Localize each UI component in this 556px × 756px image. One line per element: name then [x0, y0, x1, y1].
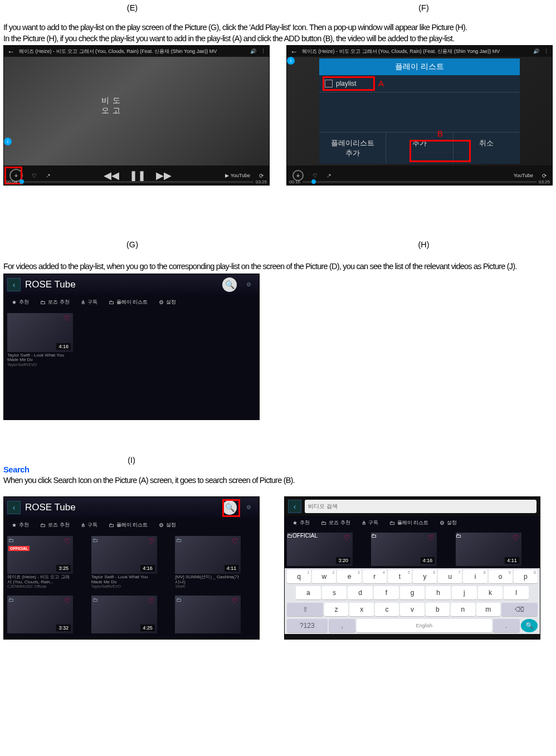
video-area[interactable]: 비 도오 고 i — [4, 57, 269, 165]
back-icon[interactable]: ‹ — [7, 278, 21, 291]
duration-badge: 4:16 — [140, 565, 155, 572]
key-y[interactable]: y6 — [413, 570, 437, 583]
label-h: (H) — [295, 240, 553, 249]
video-thumb[interactable]: 🗀♡ — [175, 596, 241, 637]
key-g[interactable]: g — [400, 586, 425, 599]
info-icon[interactable]: i — [287, 57, 295, 65]
heart-icon[interactable]: ♡ — [64, 537, 71, 545]
heart-icon[interactable]: ♡ — [313, 173, 318, 179]
key-w[interactable]: w2 — [312, 570, 336, 583]
key-space[interactable]: English — [357, 619, 491, 632]
folder-icon: 🗀 — [92, 537, 98, 543]
tab-settings[interactable]: ⚙설정 — [159, 299, 176, 306]
key-search[interactable]: 🔍 — [521, 619, 538, 632]
key-t[interactable]: t5 — [388, 570, 412, 583]
video-thumb[interactable]: 🗀♡3:32 — [7, 596, 73, 637]
key-u[interactable]: u7 — [438, 570, 462, 583]
back-icon[interactable]: ← — [7, 47, 14, 56]
key-v[interactable]: v — [400, 603, 424, 616]
key-d[interactable]: d — [348, 586, 373, 599]
key-p[interactable]: p0 — [514, 570, 538, 583]
back-icon[interactable]: ← — [290, 47, 297, 56]
video-thumb[interactable]: 🗀♡4:11 — [456, 533, 521, 566]
add-playlist-button[interactable]: 플레이리스트 추가 — [319, 133, 386, 164]
volume-icon[interactable]: 🔊 — [533, 48, 539, 54]
video-thumb[interactable]: 🗀OFFICIAL♡3:25헤이즈 (Heize) - 비도 오고 그래서 (Y… — [7, 536, 73, 592]
tab-rose[interactable]: 🗀로즈 추천 — [40, 299, 70, 306]
key-k[interactable]: k — [478, 586, 503, 599]
video-thumb[interactable]: 🗀♡4:16 — [371, 533, 437, 566]
label-a: A — [378, 79, 384, 88]
heart-icon[interactable]: ♡ — [32, 173, 37, 179]
key-z[interactable]: z — [324, 603, 348, 616]
tab-recommend[interactable]: ★추천 — [12, 299, 29, 306]
heart-icon[interactable]: ♡ — [64, 597, 71, 605]
info-icon[interactable]: i — [4, 138, 12, 145]
key-i[interactable]: i8 — [463, 570, 487, 583]
more-icon[interactable]: ⋮ — [261, 48, 266, 54]
key-n[interactable]: n — [451, 603, 475, 616]
key-numbers[interactable]: ?123 — [287, 619, 328, 632]
heart-icon[interactable]: ♡ — [64, 314, 71, 323]
time-total: 03:25 — [539, 179, 550, 184]
folder-icon: 🗀 — [176, 597, 182, 603]
key-x[interactable]: x — [349, 603, 373, 616]
figure-h: ← 헤이즈 (Heize) - 비도 오고 그래서 (You, Clouds, … — [286, 45, 553, 186]
key-m[interactable]: m — [476, 603, 500, 616]
more-icon[interactable]: ⋮ — [544, 48, 549, 54]
video-thumb[interactable]: 🗀OFFICIAL♡3:20 — [287, 533, 353, 566]
key-f[interactable]: f — [374, 586, 399, 599]
duration-badge: 3:25 — [56, 565, 71, 572]
progress-bar[interactable] — [19, 181, 253, 183]
key-comma[interactable]: , — [329, 619, 355, 632]
search-input[interactable]: 비디오 검색 — [305, 500, 537, 513]
video-thumb[interactable]: 🗀♡4:25 — [91, 596, 157, 637]
tab-recommend[interactable]: ★추천 — [12, 521, 29, 529]
video-thumb[interactable]: ♡ 4:16 Taylor Swift - Look What You Made… — [7, 313, 73, 367]
tab-playlist[interactable]: 🗀플레이 리스트 — [109, 521, 148, 529]
key-o[interactable]: o9 — [489, 570, 513, 583]
tab-rose[interactable]: 🗀로즈 추천 — [40, 521, 70, 529]
heart-icon[interactable]: ♡ — [232, 597, 238, 605]
key-c[interactable]: c — [375, 603, 399, 616]
key-dot[interactable]: . — [493, 619, 520, 632]
key-q[interactable]: q1 — [287, 570, 311, 583]
tab-settings[interactable]: ⚙설정 — [159, 521, 176, 529]
heart-icon[interactable]: ♡ — [428, 534, 435, 542]
tab-settings[interactable]: ⚙설정 — [440, 519, 457, 526]
back-icon[interactable]: ‹ — [288, 500, 301, 513]
key-s[interactable]: s — [322, 586, 347, 599]
key-h[interactable]: h — [426, 586, 451, 599]
tab-subscribe[interactable]: ⋔구독 — [81, 521, 97, 529]
search-icon[interactable]: 🔍 — [222, 277, 237, 292]
key-a[interactable]: a — [296, 586, 321, 599]
heart-icon[interactable]: ♡ — [148, 597, 155, 605]
tab-playlist[interactable]: 🗀플레이 리스트 — [389, 519, 429, 526]
heart-icon[interactable]: ♡ — [513, 534, 519, 542]
key-l[interactable]: l — [504, 586, 529, 599]
tab-subscribe[interactable]: ⋔구독 — [362, 519, 378, 526]
gear-icon[interactable]: ⚙ — [241, 500, 256, 515]
key-b[interactable]: b — [426, 603, 450, 616]
highlight-b — [409, 140, 471, 162]
heart-icon[interactable]: ♡ — [148, 537, 155, 545]
volume-icon[interactable]: 🔊 — [250, 48, 256, 54]
tab-recommend[interactable]: ★추천 — [292, 519, 310, 526]
heart-icon[interactable]: ♡ — [232, 537, 238, 545]
gear-icon[interactable]: ⚙ — [241, 277, 256, 292]
key-shift[interactable]: ⇧ — [287, 603, 323, 616]
tab-subscribe[interactable]: ⋔구독 — [81, 299, 97, 306]
progress-bar[interactable] — [303, 181, 537, 183]
video-thumb[interactable]: 🗀♡4:16Taylor Swift - Look What You Made … — [91, 536, 157, 592]
repeat-icon[interactable]: ⟳ — [542, 173, 547, 179]
repeat-icon[interactable]: ⟳ — [259, 173, 264, 179]
key-j[interactable]: j — [452, 586, 477, 599]
tab-rose[interactable]: 🗀로즈 추천 — [321, 519, 350, 526]
key-r[interactable]: r4 — [363, 570, 387, 583]
heart-icon[interactable]: ♡ — [344, 534, 350, 542]
video-thumb[interactable]: 🗀♡4:11[MV] SUNMI(선미) _ Gashina(가시나)1theK — [175, 536, 241, 592]
key-e[interactable]: e3 — [337, 570, 361, 583]
back-icon[interactable]: ‹ — [7, 501, 21, 514]
key-backspace[interactable]: ⌫ — [501, 603, 538, 616]
tab-playlist[interactable]: 🗀플레이 리스트 — [109, 299, 148, 306]
